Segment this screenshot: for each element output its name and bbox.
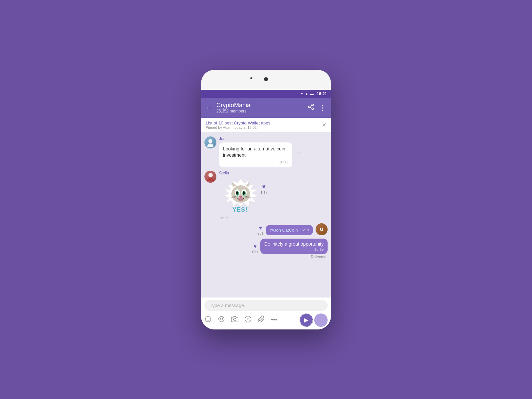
- bubble-text-jon: Looking for an alternative coin investme…: [223, 146, 288, 159]
- bubble-out-text-2: Definitely a great opportunity: [264, 241, 324, 247]
- svg-line-3: [310, 107, 312, 108]
- message-out-2-group: ♥ 631 Definitely a great opportunity 16:…: [204, 239, 328, 259]
- phone-frame: ▾ ▲ ▬ 16:21 ← CryptoMania 25,352 members…: [201, 70, 331, 329]
- pinned-content: List of 10 best Crypto Wallet apps Pinne…: [206, 120, 270, 129]
- avatar-jon: [204, 136, 216, 148]
- sender-jon: Jon: [219, 136, 292, 141]
- out-count-1: 981: [257, 231, 263, 235]
- svg-text:YES!: YES!: [232, 206, 248, 213]
- message-stella: Stella: [204, 171, 309, 220]
- toolbar-icons: •••: [204, 315, 277, 324]
- out-likes-1[interactable]: ♥ 981: [257, 225, 263, 235]
- out-heart-icon-2[interactable]: ♥: [254, 244, 257, 250]
- header-actions: ⋮: [308, 103, 326, 112]
- back-button[interactable]: ←: [206, 104, 213, 111]
- out-heart-icon-1[interactable]: ♥: [259, 225, 262, 231]
- extra-button[interactable]: [314, 313, 328, 327]
- send-button[interactable]: ▶: [300, 313, 313, 327]
- send-buttons: ▶: [300, 313, 328, 327]
- pinned-title[interactable]: List of 10 best Crypto Wallet apps: [206, 120, 270, 125]
- phone-speaker: [250, 77, 252, 79]
- emoji-toolbar-icon[interactable]: [218, 315, 225, 324]
- bubble-out-1: @Jon CatCoin 16:19: [266, 225, 313, 235]
- avatar-stella: [204, 171, 216, 183]
- sticker-time: 16:17: [219, 216, 262, 220]
- out-likes-2[interactable]: ♥ 631: [252, 244, 258, 254]
- input-toolbar: ••• ▶: [204, 313, 328, 327]
- chat-title: CryptoMania: [216, 102, 304, 109]
- sticker-heart-icon[interactable]: ♥: [262, 183, 266, 190]
- svg-point-28: [233, 318, 236, 320]
- sticker-cat: YES!: [219, 177, 262, 213]
- heart-icon-jon[interactable]: ♡: [296, 151, 302, 158]
- svg-point-0: [312, 104, 314, 106]
- mention-tag: @Jon CatCoin: [270, 228, 298, 233]
- bubble-jon: Looking for an alternative coin investme…: [219, 142, 292, 167]
- sender-stella: Stella: [219, 171, 262, 175]
- camera-toolbar-icon[interactable]: [231, 315, 238, 324]
- svg-line-4: [310, 105, 312, 106]
- wifi-icon: ▾: [301, 92, 303, 96]
- input-area: Type a message...: [201, 298, 331, 329]
- sticker-likes[interactable]: ♥ 1.1k: [260, 183, 267, 195]
- status-time: 16:21: [317, 92, 327, 96]
- pinned-bar: List of 10 best Crypto Wallet apps Pinne…: [201, 118, 331, 132]
- bubble-out-wrapper-1: ♥ 981 @Jon CatCoin 16:19: [257, 225, 313, 235]
- mention-line: @Jon CatCoin 16:19: [270, 228, 309, 233]
- sticker-like-count: 1.1k: [260, 191, 267, 195]
- more-toolbar-icon[interactable]: •••: [271, 316, 277, 323]
- message-jon: Jon Looking for an alternative coin inve…: [204, 136, 309, 167]
- chat-header: ← CryptoMania 25,352 members ⋮: [201, 98, 331, 118]
- svg-point-16: [238, 197, 243, 201]
- bubble-wrapper-jon: Jon Looking for an alternative coin inve…: [219, 136, 292, 167]
- out-time-1: 16:19: [300, 228, 309, 232]
- gif-toolbar-icon[interactable]: [244, 315, 252, 324]
- bubble-wrapper-stella: Stella: [219, 171, 262, 220]
- out-time-2: 16:19: [264, 247, 324, 251]
- header-info: CryptoMania 25,352 members: [216, 102, 304, 113]
- svg-point-2: [312, 108, 314, 109]
- battery-icon: ▬: [310, 92, 314, 96]
- status-icons: ▾ ▲ ▬ 16:21: [301, 92, 327, 96]
- message-input[interactable]: Type a message...: [204, 300, 328, 311]
- delivered-status: Delivered: [311, 255, 328, 259]
- bubble-time-jon: 16:12: [223, 160, 288, 164]
- share-icon[interactable]: [308, 103, 314, 112]
- pinned-subtitle: Pinned by Adam today at 16:02: [206, 125, 270, 129]
- sticker-toolbar-icon[interactable]: [204, 315, 212, 324]
- status-bar: ▾ ▲ ▬ 16:21: [201, 90, 331, 98]
- svg-point-13: [236, 191, 238, 195]
- messages-area: Jon Looking for an alternative coin inve…: [201, 132, 331, 298]
- message-out-1: ♥ 981 @Jon CatCoin 16:19 U: [204, 223, 328, 235]
- signal-icon: ▲: [305, 92, 308, 96]
- svg-point-27: [222, 318, 223, 319]
- svg-point-14: [243, 191, 245, 195]
- avatar-user: U: [316, 223, 328, 235]
- svg-point-25: [219, 316, 224, 322]
- message-out-2: ♥ 631 Definitely a great opportunity 16:…: [252, 239, 328, 254]
- svg-point-22: [205, 316, 211, 322]
- svg-point-1: [309, 106, 310, 108]
- attach-toolbar-icon[interactable]: [258, 315, 265, 324]
- out-count-2: 631: [252, 250, 258, 254]
- phone-bezel-top: [201, 70, 331, 90]
- pinned-close-button[interactable]: ✕: [322, 122, 326, 128]
- phone-camera: [264, 77, 268, 81]
- bubble-out-2: Definitely a great opportunity 16:19: [260, 239, 328, 254]
- bubble-out-wrapper-2: ♥ 631 Definitely a great opportunity 16:…: [252, 239, 328, 254]
- members-count: 25,352 members: [216, 109, 304, 113]
- svg-point-26: [220, 318, 221, 319]
- more-icon[interactable]: ⋮: [319, 103, 326, 112]
